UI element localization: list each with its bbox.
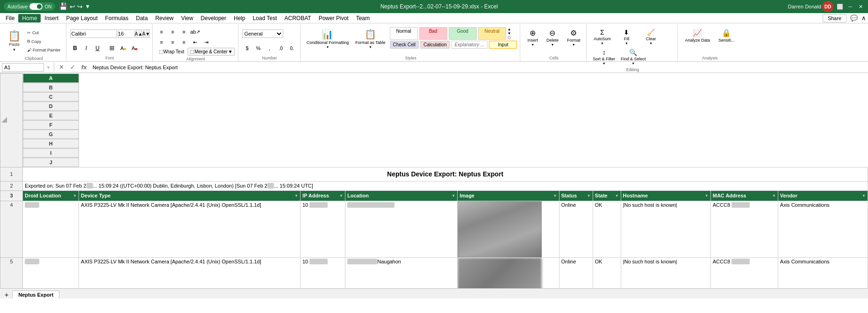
style-bad[interactable]: Bad [419,27,447,40]
comma-btn[interactable]: , [265,44,275,53]
row-header-2[interactable]: 2 [0,181,23,190]
cell-ip-2[interactable]: 10 •••••••• [300,257,345,288]
style-explanatory[interactable]: Explanatory ... [451,41,488,49]
cell-mac-1[interactable]: ACCC8 •••••••• [710,201,778,257]
cell-hostname-1[interactable]: |No such host is known| [621,201,710,257]
cell-state-2[interactable]: OK [593,257,621,288]
col-location[interactable]: Location▼ [345,190,458,201]
autosave-toggle[interactable] [29,3,43,10]
col-status[interactable]: Status▼ [559,190,593,201]
increase-font-size[interactable]: A▲ [136,29,142,38]
col-vendor[interactable]: Vendor▼ [778,190,868,201]
accounting-btn[interactable]: $ [242,44,252,53]
col-header-e[interactable]: E [23,111,79,120]
col-header-a[interactable]: A [23,73,79,83]
minimize-btn[interactable]: ─ [846,3,854,10]
fill-button[interactable]: ⬇ Fill ▼ [615,27,638,46]
cell-mac-2[interactable]: ACCC8 •••••••• [710,257,778,288]
align-top-center-btn[interactable]: ≡ [168,27,178,36]
save-icon[interactable]: 💾 [59,2,68,11]
row-header-5[interactable]: 5 [0,257,23,288]
cell-ip-1[interactable]: 10 •••••••• [300,201,345,257]
cell-droid-location-1[interactable]: •••••• [23,201,79,257]
col-device-type[interactable]: Device Type▼ [79,190,301,201]
close-btn[interactable]: ✕ [857,3,864,10]
align-left-btn[interactable]: ≡ [157,37,167,47]
percent-btn[interactable]: % [253,44,264,53]
menu-home[interactable]: Home [18,14,41,22]
row-header-1[interactable]: 1 [0,167,23,181]
menu-file[interactable]: File [2,14,18,22]
row-header-4[interactable]: 4 [0,201,23,257]
cut-button[interactable]: ✂ Cut [25,29,63,36]
col-header-b[interactable]: B [23,83,79,92]
align-top-left-btn[interactable]: ≡ [157,27,167,36]
col-ip-address[interactable]: IP Address▼ [300,190,345,201]
menu-acrobat[interactable]: ACROBAT [281,14,315,22]
cell-location-1[interactable]: ••••• •••• •••• •••• •••• [345,201,458,257]
style-normal[interactable]: Normal [390,27,418,40]
style-input[interactable]: Input [489,41,517,49]
align-center-btn[interactable]: ≡ [168,37,178,47]
align-right-btn[interactable]: ≡ [179,37,189,47]
italic-button[interactable]: I [81,44,92,53]
col-header-d[interactable]: D [23,102,79,111]
sheet-tab-1[interactable]: Neptus Export [12,291,59,298]
avatar[interactable]: DD [822,1,833,12]
cell-location-2[interactable]: ••••• •••• •••• Naugahon [345,257,458,288]
delete-cells-button[interactable]: ⊖ Delete ▼ [543,27,562,48]
menu-help[interactable]: Help [230,14,249,22]
col-header-i[interactable]: I [23,148,79,158]
insert-cells-button[interactable]: ⊕ Insert ▼ [524,27,541,48]
styles-scroll[interactable]: ▲ ▼ ⬡ [508,27,511,40]
col-hostname[interactable]: Hostname▼ [621,190,710,201]
cell-vendor-2[interactable]: Axis Communications [778,257,868,288]
undo-icon[interactable]: ↩ [70,3,75,10]
col-mac-address[interactable]: MAC Address▼ [710,190,778,201]
menu-data[interactable]: Data [132,14,151,22]
find-select-button[interactable]: 🔍 Find & Select ▼ [618,47,648,66]
name-box-expand[interactable]: ▼ [46,65,51,70]
cell-vendor-1[interactable]: Axis Communications [778,201,868,257]
align-top-right-btn[interactable]: ≡ [179,27,189,36]
col-header-g[interactable]: G [23,130,79,139]
col-image[interactable]: Image▼ [458,190,559,201]
cell-status-2[interactable]: Online [559,257,593,288]
number-format-dropdown[interactable]: General [242,29,283,38]
menu-review[interactable]: Review [151,14,177,22]
col-header-c[interactable]: C [23,92,79,102]
style-calculation[interactable]: Calculation [420,41,450,49]
insert-function-btn[interactable]: fx [79,64,89,71]
style-good[interactable]: Good [449,27,477,40]
menu-power-pivot[interactable]: Power Pivot [315,14,352,22]
underline-button[interactable]: U [93,44,103,53]
menu-formulas[interactable]: Formulas [101,14,132,22]
indent-decrease-btn[interactable]: ⇤ [190,37,201,47]
col-header-j[interactable]: J [23,158,79,167]
autosum-button[interactable]: Σ AutoSum ▼ [590,27,614,46]
decrease-decimal-btn[interactable]: 0. [287,44,297,53]
restore-btn[interactable]: ⬜ [836,3,844,10]
add-sheet-button[interactable]: + [2,291,11,298]
menu-load-test[interactable]: Load Test [249,14,281,22]
format-as-table-button[interactable]: 📋 Format as Table ▼ [353,27,387,50]
menu-page-layout[interactable]: Page Layout [62,14,101,22]
comment-icon[interactable]: 💬 [850,15,858,22]
conditional-formatting-button[interactable]: 📊 Conditional Formatting ▼ [304,27,352,50]
format-painter-button[interactable]: 🖌 Format Painter [25,46,63,54]
col-droid-location[interactable]: Droid Location▼ [23,190,79,201]
borders-button[interactable]: ⊞ [107,44,117,53]
menu-developer[interactable]: Developer [197,14,230,22]
cell-device-type-2[interactable]: AXIS P3225-LV Mk II Network Camera [Apac… [79,257,301,288]
sort-filter-button[interactable]: ↕ Sort & Filter ▼ [590,47,617,66]
cancel-formula-btn[interactable]: ✕ [57,64,66,71]
cell-device-type-1[interactable]: AXIS P3225-LV Mk II Network Camera [Apac… [79,201,301,257]
menu-team[interactable]: Team [352,14,373,22]
merge-center-button[interactable]: ⬚ Merge & Center ▼ [187,48,235,56]
style-check-cell[interactable]: Check Cell [390,41,419,49]
font-color-button[interactable]: A▄ [129,44,140,53]
font-name-input[interactable] [70,29,117,38]
bold-button[interactable]: B [70,44,80,53]
cell-status-1[interactable]: Online [559,201,593,257]
col-header-f[interactable]: F [23,120,79,130]
